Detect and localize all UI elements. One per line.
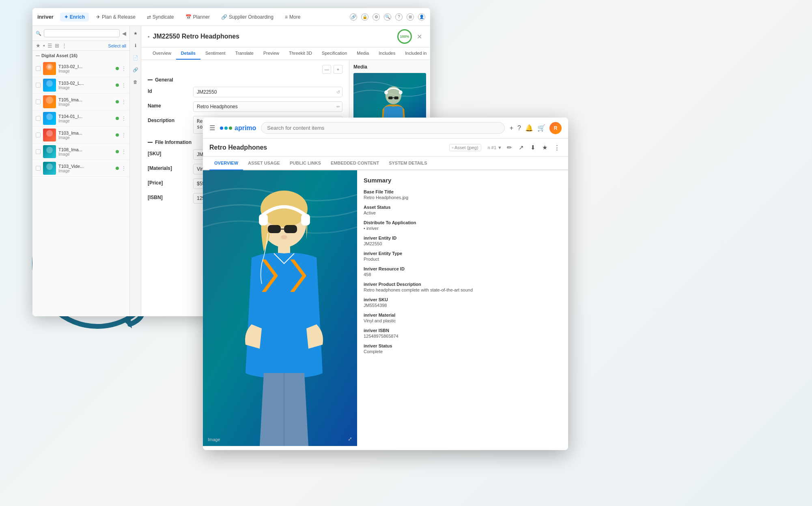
select-all-button[interactable]: Select all: [108, 43, 126, 48]
product-title: JM22550 Retro Headphones: [153, 33, 239, 40]
section-expand-icon[interactable]: —: [36, 54, 40, 58]
strip-trash-icon[interactable]: 🗑: [131, 78, 140, 86]
tab-embedded-content[interactable]: EMBEDDED CONTENT: [326, 157, 384, 170]
nav-tab-planner[interactable]: 📅 Planner: [181, 13, 214, 21]
isbn-value-summary: 12548975865874: [364, 334, 562, 339]
expand-icon[interactable]: ⤢: [348, 436, 352, 442]
detail-tabs: Overview Details Sentiment Translate Pre…: [141, 47, 430, 60]
tab-translate[interactable]: Translate: [230, 47, 258, 60]
nav-tab-enrich[interactable]: ✦ Enrich: [60, 13, 89, 21]
download-icon[interactable]: ⬇: [529, 142, 537, 153]
asset-checkbox[interactable]: [36, 66, 41, 71]
help-icon-btn[interactable]: ?: [395, 13, 403, 21]
strip-doc-icon[interactable]: 📄: [131, 54, 140, 62]
aprimo-menu-icon[interactable]: ☰: [209, 124, 215, 132]
asset-more-button[interactable]: ⋮: [121, 116, 126, 121]
lock-icon-btn[interactable]: 🔒: [361, 13, 368, 21]
asset-more-button[interactable]: ⋮: [121, 165, 126, 171]
strip-link-icon[interactable]: 🔗: [131, 66, 140, 74]
more-options-icon[interactable]: ⋮: [552, 142, 562, 153]
strip-info-icon[interactable]: ℹ: [131, 41, 140, 49]
minimize-button[interactable]: —: [322, 65, 331, 74]
asset-checkbox[interactable]: [36, 133, 41, 137]
edit-icon[interactable]: ✏: [505, 142, 514, 153]
list-item[interactable]: T103_Ima... Image ⋮: [32, 127, 129, 144]
bell-icon[interactable]: 🔔: [525, 124, 533, 132]
aprimo-dots: [220, 126, 232, 130]
asset-checkbox[interactable]: [36, 83, 41, 88]
cart-icon[interactable]: 🛒: [537, 124, 545, 132]
tab-sentiment[interactable]: Sentiment: [200, 47, 230, 60]
asset-checkbox[interactable]: [36, 149, 41, 154]
tab-specification[interactable]: Specification: [317, 47, 352, 60]
star-icon[interactable]: ★: [36, 43, 41, 49]
aprimo-search-input[interactable]: [261, 122, 504, 134]
list-icon[interactable]: ☰: [47, 43, 52, 49]
more-icon: ≡: [285, 14, 288, 20]
strip-star-icon[interactable]: ★: [131, 29, 140, 37]
dot-green: [229, 126, 232, 130]
sidebar-search-input[interactable]: [44, 29, 120, 37]
svg-rect-24: [259, 214, 268, 225]
tab-threekit[interactable]: Threekit 3D: [284, 47, 317, 60]
user-icon-btn[interactable]: 👤: [418, 13, 425, 21]
distribute-label: Distribute To Application: [364, 220, 562, 225]
help-icon[interactable]: ?: [517, 124, 521, 132]
user-avatar[interactable]: R: [549, 122, 562, 134]
asset-checkbox[interactable]: [36, 99, 41, 104]
list-item[interactable]: T103-02_I... Image ⋮: [32, 60, 129, 77]
tab-preview[interactable]: Preview: [258, 47, 284, 60]
tab-public-links[interactable]: PUBLIC LINKS: [285, 157, 326, 170]
info-icon[interactable]: ▪: [43, 43, 45, 49]
id-input[interactable]: [193, 87, 342, 97]
asset-checkbox[interactable]: [36, 166, 41, 171]
tab-media[interactable]: Media: [352, 47, 374, 60]
svg-rect-26: [268, 225, 281, 233]
nav-tab-supplier[interactable]: 🔗 Supplier Onboarding: [217, 13, 278, 21]
asset-more-button[interactable]: ⋮: [121, 66, 126, 71]
asset-status-label: Asset Status: [364, 205, 562, 210]
list-item[interactable]: T105_Ima... Image ⋮: [32, 94, 129, 110]
asset-checkbox[interactable]: [36, 116, 41, 121]
list-item[interactable]: T104-01_I... Image ⋮: [32, 110, 129, 127]
asset-name: T103_Vide...: [58, 164, 113, 169]
nav-tab-syndicate[interactable]: ⇄ Syndicate: [143, 13, 178, 21]
asset-more-button[interactable]: ⋮: [121, 132, 126, 138]
asset-info: T105_Ima... Image: [58, 97, 113, 107]
asset-more-button[interactable]: ⋮: [121, 99, 126, 105]
settings-icon-btn[interactable]: ⚙: [373, 13, 380, 21]
grid-icon[interactable]: ⊞: [55, 43, 59, 49]
tab-overview[interactable]: OVERVIEW: [209, 157, 243, 170]
tab-included-in[interactable]: Included in: [400, 47, 430, 60]
name-input[interactable]: [193, 101, 342, 112]
asset-thumb: [43, 145, 56, 158]
status-value: Complete: [364, 349, 562, 354]
maximize-button[interactable]: +: [334, 65, 342, 74]
nav-tab-plan-release[interactable]: ✈ Plan & Release: [92, 13, 140, 21]
tab-overview[interactable]: Overview: [148, 47, 176, 60]
tab-includes[interactable]: Includes: [374, 47, 400, 60]
asset-more-button[interactable]: ⋮: [121, 149, 126, 154]
id-history-icon[interactable]: ↺: [336, 90, 340, 95]
nav-tab-more[interactable]: ≡ More: [281, 13, 304, 21]
search-icon-btn[interactable]: 🔍: [384, 13, 391, 21]
name-edit-icon[interactable]: ✏: [336, 104, 340, 109]
tab-details[interactable]: Details: [176, 47, 200, 60]
asset-info: T103_Ima... Image: [58, 131, 113, 140]
asset-name: T103-02_I...: [58, 64, 113, 69]
tab-asset-usage[interactable]: ASSET USAGE: [243, 157, 285, 170]
add-icon[interactable]: +: [510, 124, 513, 132]
share-icon[interactable]: ↗: [517, 142, 526, 153]
sidebar-collapse-icon[interactable]: ◀: [122, 30, 126, 36]
tab-system-details[interactable]: SYSTEM DETAILS: [384, 157, 432, 170]
close-button[interactable]: ✕: [415, 33, 424, 41]
favorite-icon[interactable]: ★: [541, 142, 549, 153]
list-item[interactable]: T103_Vide... Image ⋮: [32, 160, 129, 177]
grid-icon-btn[interactable]: ⊞: [407, 13, 414, 21]
link-icon-btn[interactable]: 🔗: [350, 13, 357, 21]
list-item[interactable]: T108_Ima... Image ⋮: [32, 144, 129, 160]
asset-more-button[interactable]: ⋮: [121, 82, 126, 88]
options-icon[interactable]: ⋮: [62, 43, 67, 49]
list-item[interactable]: T103-02_L... Image ⋮: [32, 77, 129, 94]
distribute-value: • inriver: [364, 226, 562, 231]
